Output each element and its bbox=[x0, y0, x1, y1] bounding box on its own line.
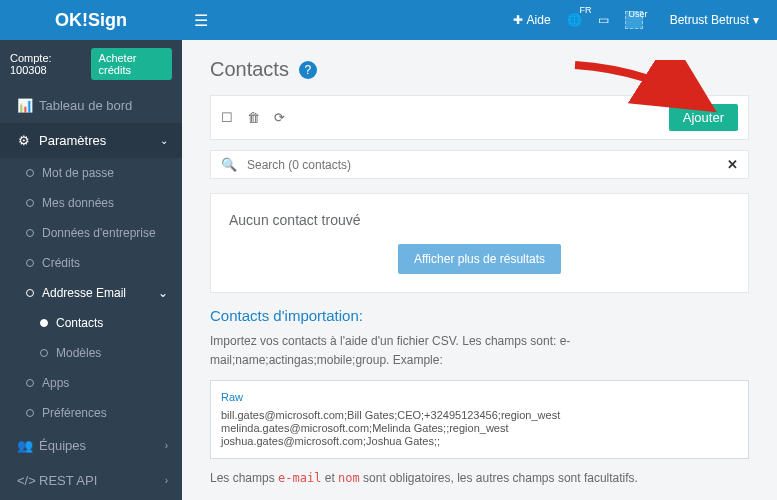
search-input[interactable] bbox=[247, 158, 717, 172]
sidebar: Compte: 100308 Acheter crédits 📊Tableau … bbox=[0, 40, 182, 500]
results-panel: Aucun contact trouvé Afficher plus de ré… bbox=[210, 193, 749, 293]
import-sample-box: Rawbill.gates@microsoft.com;Bill Gates;C… bbox=[210, 380, 749, 459]
plus-icon: ✚ bbox=[513, 13, 523, 27]
import-heading: Contacts d'importation: bbox=[210, 307, 749, 324]
sidebar-item-motdepasse[interactable]: Mot de passe bbox=[0, 158, 182, 188]
delete-icon[interactable]: 🗑 bbox=[247, 110, 260, 125]
chevron-down-icon: ⌄ bbox=[158, 286, 168, 300]
window-icon[interactable]: ▭ bbox=[598, 13, 609, 27]
clear-search-icon[interactable]: ✕ bbox=[727, 157, 738, 172]
sidebar-item-contacts[interactable]: Contacts bbox=[0, 308, 182, 338]
chevron-down-icon: ⌄ bbox=[160, 135, 168, 146]
contacts-toolbar: ☐ 🗑 ⟳ Ajouter bbox=[210, 95, 749, 140]
menu-toggle-icon[interactable]: ☰ bbox=[182, 11, 220, 30]
import-group-note: Avec le champ groupe vous pouvez regroup… bbox=[210, 497, 749, 500]
refresh-icon[interactable]: ⟳ bbox=[274, 110, 285, 125]
sidebar-item-modeles[interactable]: Modèles bbox=[0, 338, 182, 368]
sidebar-item-mesdonnees[interactable]: Mes données bbox=[0, 188, 182, 218]
help-link[interactable]: ✚Aide bbox=[513, 13, 551, 27]
gear-icon: ⚙ bbox=[17, 133, 31, 148]
caret-down-icon: ▾ bbox=[753, 13, 759, 27]
buy-credits-button[interactable]: Acheter crédits bbox=[91, 48, 172, 80]
topbar-right: ✚Aide 🌐FR ▭ User Betrust Betrust ▾ bbox=[513, 11, 777, 29]
user-menu[interactable]: User Betrust Betrust ▾ bbox=[625, 11, 759, 29]
brand[interactable]: OK!Sign bbox=[0, 10, 182, 31]
topbar: OK!Sign ☰ ✚Aide 🌐FR ▭ User Betrust Betru… bbox=[0, 0, 777, 40]
show-more-button[interactable]: Afficher plus de résultats bbox=[398, 244, 561, 274]
raw-link[interactable]: Raw bbox=[221, 391, 738, 403]
sidebar-item-addresse[interactable]: Addresse Email⌄ bbox=[0, 278, 182, 308]
language-selector[interactable]: 🌐FR bbox=[567, 13, 582, 27]
sidebar-item-equipes[interactable]: 👥Équipes› bbox=[0, 428, 182, 463]
main-content: Contacts ? ☐ 🗑 ⟳ Ajouter 🔍 ✕ Aucun conta… bbox=[182, 40, 777, 500]
sidebar-item-entreprise[interactable]: Données d'entreprise bbox=[0, 218, 182, 248]
globe-icon: 🌐 bbox=[567, 13, 582, 27]
import-intro: Importez vos contacts à l'aide d'un fich… bbox=[210, 332, 749, 370]
help-icon[interactable]: ? bbox=[299, 61, 317, 79]
chevron-right-icon: › bbox=[165, 475, 168, 486]
page-title: Contacts ? bbox=[210, 58, 749, 81]
search-icon: 🔍 bbox=[221, 157, 237, 172]
sidebar-item-parametres[interactable]: ⚙Paramètres⌄ bbox=[0, 123, 182, 158]
sidebar-item-restapi[interactable]: </>REST API› bbox=[0, 463, 182, 498]
sidebar-item-apps[interactable]: Apps bbox=[0, 368, 182, 398]
account-bar: Compte: 100308 Acheter crédits bbox=[0, 40, 182, 88]
empty-message: Aucun contact trouvé bbox=[229, 212, 730, 228]
select-all-checkbox[interactable]: ☐ bbox=[221, 110, 233, 125]
sidebar-item-dashboard[interactable]: 📊Tableau de bord bbox=[0, 88, 182, 123]
sidebar-item-credits[interactable]: Crédits bbox=[0, 248, 182, 278]
dashboard-icon: 📊 bbox=[17, 98, 31, 113]
import-required-note: Les champs e-mail et nom sont obligatoir… bbox=[210, 469, 749, 488]
sidebar-item-prefs[interactable]: Préférences bbox=[0, 398, 182, 428]
code-icon: </> bbox=[17, 473, 31, 488]
import-section: Contacts d'importation: Importez vos con… bbox=[210, 307, 749, 500]
add-button[interactable]: Ajouter bbox=[669, 104, 738, 131]
search-bar: 🔍 ✕ bbox=[210, 150, 749, 179]
chevron-right-icon: › bbox=[165, 440, 168, 451]
users-icon: 👥 bbox=[17, 438, 31, 453]
